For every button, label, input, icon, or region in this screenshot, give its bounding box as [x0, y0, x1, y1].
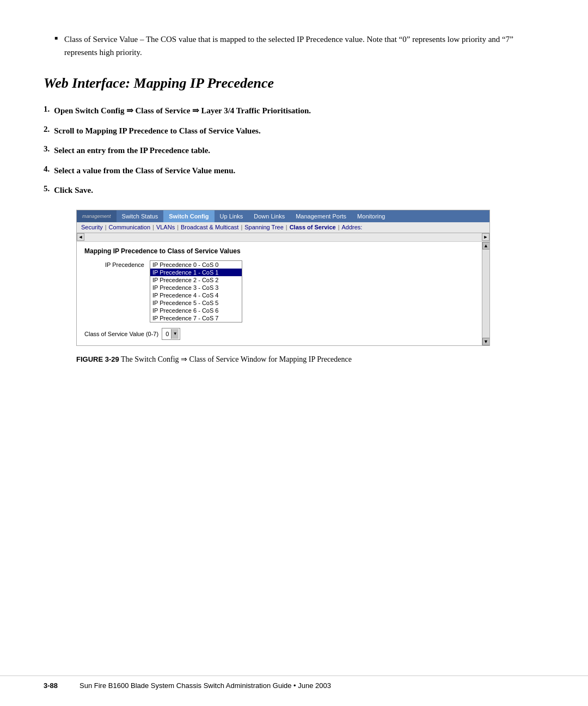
nav-tab-mgmt-ports[interactable]: Management Ports [290, 210, 352, 222]
scroll-down-button[interactable]: ▼ [482, 338, 490, 345]
figure-caption: FIGURE 3-29 The Switch Config ⇒ Class of… [76, 355, 544, 364]
step-1: 1. Open Switch Config ⇒ Class of Service… [44, 105, 544, 117]
listbox-item-0[interactable]: IP Precedence 0 - CoS 0 [150, 261, 242, 269]
step-4-text: Select a value from the Class of Service… [54, 165, 235, 177]
sub-nav-cos[interactable]: Class of Service [290, 224, 336, 230]
listbox-item-4[interactable]: IP Precedence 4 - CoS 4 [150, 291, 242, 299]
sub-nav-spanning-tree[interactable]: Spanning Tree [244, 224, 284, 230]
listbox-item-5[interactable]: IP Precedence 5 - CoS 5 [150, 299, 242, 307]
nav-tab-switch-config[interactable]: Switch Config [163, 210, 214, 222]
step-2-text: Scroll to Mapping IP Precedence to Class… [54, 125, 260, 137]
listbox-item-7[interactable]: IP Precedence 7 - CoS 7 [150, 314, 242, 322]
footer: 3-88 Sun Fire B1600 Blade System Chassis… [0, 675, 588, 690]
cos-select-value: 0 [163, 331, 171, 337]
step-5-num: 5. [44, 184, 50, 193]
step-5-text: Click Save. [54, 184, 93, 197]
nav-tab-up-links[interactable]: Up Links [215, 210, 249, 222]
nav-brand: management [77, 210, 117, 222]
bullet-text: Class of Service Value – The COS value t… [64, 33, 544, 59]
sub-nav-security[interactable]: Security [81, 224, 103, 230]
footer-title: Sun Fire B1600 Blade System Chassis Swit… [79, 681, 331, 690]
step-1-num: 1. [44, 105, 50, 114]
step-3-num: 3. [44, 144, 50, 154]
ip-precedence-label: IP Precedence [84, 260, 150, 268]
step-2-num: 2. [44, 125, 50, 134]
nav-bar-sub: Security | Communication | VLANs | Broad… [77, 222, 489, 233]
step-1-text: Open Switch Config ⇒ Class of Service ⇒ … [54, 105, 311, 117]
bullet-section: ■ Class of Service Value – The COS value… [44, 33, 544, 59]
scroll-left-arrow[interactable]: ◄ [77, 233, 84, 241]
scroll-up-button[interactable]: ▲ [482, 242, 490, 249]
nav-tab-monitoring[interactable]: Monitoring [352, 210, 390, 222]
cos-dropdown-arrow[interactable]: ▼ [171, 329, 179, 339]
section-heading: Mapping IP Precedence to Class of Servic… [84, 247, 474, 255]
steps-list: 1. Open Switch Config ⇒ Class of Service… [44, 105, 544, 197]
scroll-track [84, 234, 482, 240]
listbox-item-6[interactable]: IP Precedence 6 - CoS 6 [150, 307, 242, 314]
bullet-item: ■ Class of Service Value – The COS value… [54, 33, 544, 59]
content-area: Mapping IP Precedence to Class of Servic… [77, 242, 482, 345]
step-5: 5. Click Save. [44, 184, 544, 197]
listbox-item-1[interactable]: IP Precedence 1 - CoS 1 [150, 269, 242, 276]
scroll-right-arrow[interactable]: ► [482, 233, 489, 241]
cos-select[interactable]: 0 ▼ [162, 328, 180, 340]
sub-nav-addres[interactable]: Addres: [342, 224, 363, 230]
scroll-track-vertical [483, 249, 489, 338]
cos-row: Class of Service Value (0-7) 0 ▼ [84, 328, 474, 340]
horizontal-scroll-bar: ◄ ► [77, 233, 489, 242]
listbox-item-3[interactable]: IP Precedence 3 - CoS 3 [150, 284, 242, 291]
ip-precedence-row: IP Precedence IP Precedence 0 - CoS 0 IP… [84, 260, 474, 322]
figure-text: The Switch Config ⇒ Class of Service Win… [121, 355, 352, 363]
ip-precedence-listbox[interactable]: IP Precedence 0 - CoS 0 IP Precedence 1 … [150, 260, 242, 322]
content-with-scrollbar: Mapping IP Precedence to Class of Servic… [77, 242, 489, 345]
step-3-text: Select an entry from the IP Precedence t… [54, 144, 210, 157]
sub-nav-communication[interactable]: Communication [109, 224, 150, 230]
cos-label: Class of Service Value (0-7) [84, 331, 158, 337]
sub-nav-vlans[interactable]: VLANs [156, 224, 175, 230]
nav-tab-switch-status[interactable]: Switch Status [117, 210, 164, 222]
section-title: Web Interface: Mapping IP Precedence [44, 75, 544, 92]
step-4-num: 4. [44, 165, 50, 174]
step-2: 2. Scroll to Mapping IP Precedence to Cl… [44, 125, 544, 137]
nav-tab-down-links[interactable]: Down Links [248, 210, 290, 222]
step-3: 3. Select an entry from the IP Precedenc… [44, 144, 544, 157]
vertical-scrollbar: ▲ ▼ [482, 242, 489, 345]
sub-nav-broadcast[interactable]: Broadcast & Multicast [181, 224, 238, 230]
step-4: 4. Select a value from the Class of Serv… [44, 165, 544, 177]
footer-page: 3-88 [44, 681, 58, 690]
figure-label: FIGURE 3-29 [76, 355, 119, 363]
listbox-item-2[interactable]: IP Precedence 2 - CoS 2 [150, 276, 242, 284]
screenshot: management Switch Status Switch Config U… [76, 210, 490, 346]
nav-bar-top: management Switch Status Switch Config U… [77, 210, 489, 222]
bullet-icon: ■ [54, 34, 58, 42]
main-content: Mapping IP Precedence to Class of Servic… [77, 242, 482, 345]
